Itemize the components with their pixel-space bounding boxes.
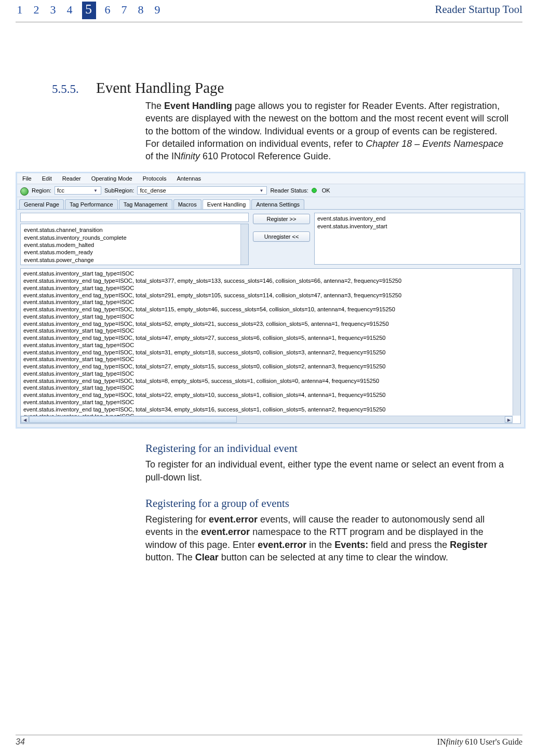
menu-antennas[interactable]: Antennas bbox=[177, 175, 201, 182]
registered-events-list[interactable]: event.status.inventory_endevent.status.i… bbox=[314, 213, 521, 265]
chapter-9[interactable]: 9 bbox=[153, 3, 163, 21]
registered-event-item[interactable]: event.status.inventory_end bbox=[317, 215, 518, 222]
chapter-2[interactable]: 2 bbox=[32, 3, 42, 21]
menu-edit[interactable]: Edit bbox=[42, 175, 52, 182]
menu-reader[interactable]: Reader bbox=[62, 175, 81, 182]
log-line: event.status.inventory_end tag_type=ISOC… bbox=[23, 349, 510, 356]
event-handling-panel: event.status.channel_transitionevent.sta… bbox=[17, 209, 524, 427]
scroll-right-arrow[interactable]: ▶ bbox=[505, 416, 513, 423]
status-ok-icon bbox=[312, 188, 317, 193]
subhead-group: Registering for a group of events bbox=[145, 497, 522, 510]
log-line: event.status.inventory_end tag_type=ISOC… bbox=[23, 406, 510, 414]
log-line: event.status.inventory_start tag_type=IS… bbox=[23, 399, 510, 406]
app-screenshot: FileEditReaderOperating ModeProtocolsAnt… bbox=[16, 172, 526, 429]
tab-antenna-settings[interactable]: Antenna Settings bbox=[251, 199, 304, 209]
chapter-1[interactable]: 1 bbox=[16, 3, 25, 21]
log-line: event.status.inventory_start tag_type=IS… bbox=[23, 285, 510, 292]
nav-icon[interactable] bbox=[20, 187, 29, 196]
toolbar: Region: fcc ▼ SubRegion: fcc_dense ▼ Rea… bbox=[17, 184, 524, 197]
log-line: event.status.inventory_end tag_type=ISOC… bbox=[23, 363, 510, 370]
tab-event-handling[interactable]: Event Handling bbox=[203, 199, 251, 209]
log-line: event.status.inventory_start tag_type=IS… bbox=[23, 370, 510, 378]
sub2-text: Registering for event.error events, will… bbox=[145, 513, 512, 563]
tab-bar: General PageTag PerformanceTag Managemen… bbox=[17, 197, 524, 209]
menu-operating-mode[interactable]: Operating Mode bbox=[91, 175, 132, 182]
subhead-individual: Registering for an individual event bbox=[145, 442, 522, 455]
log-line: event.status.inventory_end tag_type=ISOC… bbox=[23, 306, 510, 313]
status-label: Reader Status: bbox=[270, 187, 308, 194]
subregion-value: fcc_dense bbox=[140, 187, 166, 194]
log-line: event.status.inventory_end tag_type=ISOC… bbox=[23, 292, 510, 299]
header-rule bbox=[16, 22, 522, 22]
log-line: event.status.inventory_start tag_type=IS… bbox=[23, 327, 510, 335]
section-number: 5.5.5. bbox=[16, 83, 96, 96]
menu-bar: FileEditReaderOperating ModeProtocolsAnt… bbox=[17, 173, 524, 184]
log-line: event.status.inventory_end tag_type=ISOC… bbox=[23, 378, 510, 385]
scrollbar[interactable] bbox=[513, 269, 520, 416]
log-line: event.status.inventory_start tag_type=IS… bbox=[23, 384, 510, 392]
unregister-button[interactable]: Unregister << bbox=[253, 231, 310, 242]
section-intro: The Event Handling page allows you to re… bbox=[145, 100, 512, 162]
log-line: event.status.inventory_start tag_type=IS… bbox=[23, 270, 510, 278]
available-event-option[interactable]: event.status.power_change bbox=[24, 256, 237, 264]
menu-protocols[interactable]: Protocols bbox=[143, 175, 167, 182]
chevron-down-icon: ▼ bbox=[260, 188, 264, 193]
subregion-dropdown[interactable]: fcc_dense ▼ bbox=[137, 186, 267, 195]
region-value: fcc bbox=[57, 187, 64, 194]
log-line: event.status.inventory_end tag_type=ISOC… bbox=[23, 278, 510, 285]
footer-guide: INfinity 610 User's Guide bbox=[437, 737, 522, 747]
scrollbar[interactable]: ◀ ▶ bbox=[21, 416, 513, 423]
log-line: event.status.inventory_start tag_type=IS… bbox=[23, 356, 510, 363]
tab-tag-management[interactable]: Tag Management bbox=[119, 199, 172, 209]
scroll-left-arrow[interactable]: ◀ bbox=[21, 416, 29, 423]
log-line: event.status.inventory_end tag_type=ISOC… bbox=[23, 335, 510, 342]
chapter-3[interactable]: 3 bbox=[49, 3, 58, 21]
tab-tag-performance[interactable]: Tag Performance bbox=[65, 199, 118, 209]
tab-macros[interactable]: Macros bbox=[173, 199, 201, 209]
log-line: event.status.inventory_end tag_type=ISOC… bbox=[23, 392, 510, 399]
chapter-nav: 123456789 bbox=[16, 3, 163, 21]
region-label: Region: bbox=[32, 187, 51, 194]
available-event-option[interactable]: event.status.channel_transition bbox=[24, 226, 237, 233]
registered-event-item[interactable]: event.status.inventory_start bbox=[317, 223, 518, 230]
page-footer: 34 INfinity 610 User's Guide bbox=[16, 735, 522, 747]
chapter-5[interactable]: 5 bbox=[82, 2, 96, 19]
chapter-8[interactable]: 8 bbox=[137, 3, 146, 21]
section-title: Event Handling Page bbox=[96, 79, 224, 97]
log-line: event.status.inventory_start tag_type=IS… bbox=[23, 342, 510, 349]
status-text: OK bbox=[322, 187, 330, 194]
scroll-thumb[interactable] bbox=[29, 416, 237, 423]
event-name-input[interactable] bbox=[20, 213, 249, 222]
header-title: Reader Startup Tool bbox=[435, 3, 522, 16]
log-line: event.status.inventory_end tag_type=ISOC… bbox=[23, 321, 510, 328]
chapter-7[interactable]: 7 bbox=[120, 3, 129, 21]
available-events-listbox[interactable]: event.status.channel_transitionevent.sta… bbox=[20, 224, 249, 265]
available-event-option[interactable]: event.status.inventory_rounds_complete bbox=[24, 234, 237, 241]
chevron-down-icon: ▼ bbox=[93, 188, 98, 193]
log-line: event.status.inventory_start tag_type=IS… bbox=[23, 299, 510, 306]
event-log[interactable]: event.status.inventory_start tag_type=IS… bbox=[20, 268, 521, 424]
page-number: 34 bbox=[16, 737, 25, 747]
menu-file[interactable]: File bbox=[22, 175, 32, 182]
region-dropdown[interactable]: fcc ▼ bbox=[55, 186, 101, 195]
chapter-4[interactable]: 4 bbox=[65, 3, 75, 21]
log-line: event.status.inventory_start tag_type=IS… bbox=[23, 313, 510, 321]
sub1-text: To register for an individual event, eit… bbox=[145, 458, 512, 484]
scrollbar[interactable] bbox=[240, 224, 248, 265]
tab-general-page[interactable]: General Page bbox=[19, 199, 64, 209]
subregion-label: SubRegion: bbox=[104, 187, 134, 194]
register-button[interactable]: Register >> bbox=[253, 214, 310, 224]
available-event-option[interactable]: event.status.modem_ready bbox=[24, 249, 237, 256]
available-event-option[interactable]: event.status.modem_halted bbox=[24, 241, 237, 249]
chapter-6[interactable]: 6 bbox=[103, 3, 113, 21]
